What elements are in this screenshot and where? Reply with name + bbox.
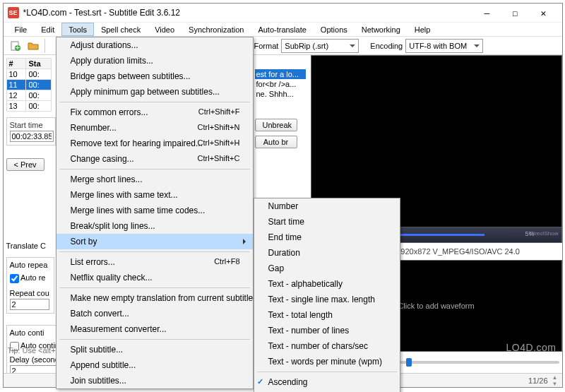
submenu-item[interactable]: Text - words per minute (wpm): [254, 354, 400, 369]
open-file-button[interactable]: [25, 38, 42, 54]
menu-item[interactable]: Fix common errors...Ctrl+Shift+F: [56, 105, 253, 120]
col-start[interactable]: Sta: [26, 59, 51, 69]
auto-repeat-checkbox[interactable]: [10, 274, 19, 283]
table-row[interactable]: 1000:: [6, 69, 51, 80]
menu-file[interactable]: File: [8, 23, 35, 36]
menu-item[interactable]: Append subtitle...: [56, 357, 253, 373]
table-row[interactable]: 1200:: [6, 90, 51, 101]
menu-help[interactable]: Help: [408, 23, 438, 36]
app-window: SE *LO4D.com - Test.srt - Subtitle Edit …: [3, 3, 563, 388]
submenu-item[interactable]: Duration: [254, 245, 400, 261]
menu-item[interactable]: Break/split long lines...: [56, 218, 253, 234]
submenu-item[interactable]: Text - total length: [254, 307, 400, 323]
menu-networking[interactable]: Networking: [355, 23, 408, 36]
menu-item[interactable]: Netflix quality check...: [56, 270, 253, 285]
close-button[interactable]: ✕: [530, 4, 558, 22]
new-file-button[interactable]: +: [6, 38, 23, 54]
app-icon: SE: [8, 7, 19, 18]
subtitle-text-column: est for a lo... for<br />a... ne. Shhh..…: [255, 69, 306, 99]
menu-autotranslate[interactable]: Auto-translate: [251, 23, 313, 36]
tools-dropdown: Adjust durations...Apply duration limits…: [56, 37, 254, 389]
menu-item[interactable]: Merge lines with same time codes...: [56, 203, 253, 218]
unbreak-button[interactable]: Unbreak: [255, 119, 297, 131]
menu-item[interactable]: Sort by: [56, 234, 253, 249]
translate-tabs[interactable]: Translate C: [6, 242, 46, 250]
toolbar-separator: [44, 39, 45, 53]
repeat-count-input[interactable]: [10, 299, 49, 310]
submenu-item[interactable]: Text - single line max. length: [254, 292, 400, 307]
subtitle-table[interactable]: #Sta 1000: 1100: 1200: 1300:: [6, 58, 52, 112]
sortby-submenu: NumberStart timeEnd timeDurationGapText …: [254, 198, 400, 392]
menu-item[interactable]: Remove text for hearing impaired...Ctrl+…: [56, 136, 253, 151]
submenu-item[interactable]: ✓Ascending: [254, 374, 400, 390]
prev-button[interactable]: < Prev: [6, 158, 44, 171]
titlebar: SE *LO4D.com - Test.srt - Subtitle Edit …: [4, 4, 562, 23]
encoding-select[interactable]: UTF-8 with BOM: [405, 39, 483, 53]
minimize-button[interactable]: —: [473, 4, 501, 22]
auto-br-button[interactable]: Auto br: [255, 136, 297, 148]
menu-synchronization[interactable]: Synchronization: [182, 23, 251, 36]
menu-item[interactable]: Batch convert...: [56, 306, 253, 321]
menu-options[interactable]: Options: [314, 23, 355, 36]
auto-repeat-title: Auto repea: [10, 261, 51, 269]
submenu-item[interactable]: Text - number of lines: [254, 323, 400, 338]
menu-tools[interactable]: Tools: [61, 23, 94, 36]
menubar: File Edit Tools Spell check Video Synchr…: [4, 23, 562, 37]
auto-repeat-group: Auto repea Auto re Repeat cou: [6, 257, 54, 314]
page-counter: 11/26: [528, 376, 548, 385]
menu-video[interactable]: Video: [148, 23, 182, 36]
menu-item[interactable]: Apply duration limits...: [56, 53, 253, 69]
menu-item[interactable]: Renumber...Ctrl+Shift+N: [56, 120, 253, 136]
menu-item[interactable]: Apply minimum gap between subtitles...: [56, 84, 253, 100]
format-label: Format: [254, 42, 279, 50]
menu-spellcheck[interactable]: Spell check: [94, 23, 148, 36]
submenu-item[interactable]: Text - alphabetically: [254, 276, 400, 292]
table-row[interactable]: 1300:: [6, 101, 51, 112]
menu-item[interactable]: Join subtitles...: [56, 373, 253, 388]
submenu-item[interactable]: Text - number of chars/sec: [254, 338, 400, 354]
position-slider[interactable]: [393, 361, 559, 364]
menu-item[interactable]: Make new empty translation from current …: [56, 290, 253, 306]
window-title: *LO4D.com - Test.srt - Subtitle Edit 3.6…: [23, 8, 473, 18]
start-time-label: Start time: [10, 121, 52, 129]
start-time-group: Start time: [6, 117, 56, 145]
menu-item[interactable]: Merge short lines...: [56, 172, 253, 187]
start-time-input[interactable]: [10, 131, 54, 142]
table-row[interactable]: 1100:: [6, 80, 51, 90]
format-select[interactable]: SubRip (.srt): [281, 39, 359, 53]
directshow-label: DirectShow: [530, 230, 559, 237]
menu-item[interactable]: Adjust durations...: [56, 37, 253, 53]
menu-item[interactable]: Change casing...Ctrl+Shift+C: [56, 151, 253, 167]
submenu-item[interactable]: Number: [254, 198, 400, 214]
submenu-item[interactable]: Gap: [254, 261, 400, 276]
svg-text:+: +: [15, 43, 19, 52]
menu-edit[interactable]: Edit: [34, 23, 61, 36]
menu-item[interactable]: Measurement converter...: [56, 321, 253, 337]
maximize-button[interactable]: ☐: [501, 4, 530, 22]
menu-item[interactable]: Bridge gaps between subtitles...: [56, 69, 253, 84]
repeat-count-label: Repeat cou: [10, 289, 51, 297]
menu-item[interactable]: List errors...Ctrl+F8: [56, 254, 253, 270]
submenu-item[interactable]: Start time: [254, 214, 400, 230]
col-number[interactable]: #: [6, 59, 26, 69]
encoding-label: Encoding: [370, 42, 403, 50]
menu-item[interactable]: Merge lines with same text...: [56, 187, 253, 203]
menu-item[interactable]: Split subtitle...: [56, 342, 253, 357]
submenu-item[interactable]: End time: [254, 230, 400, 245]
